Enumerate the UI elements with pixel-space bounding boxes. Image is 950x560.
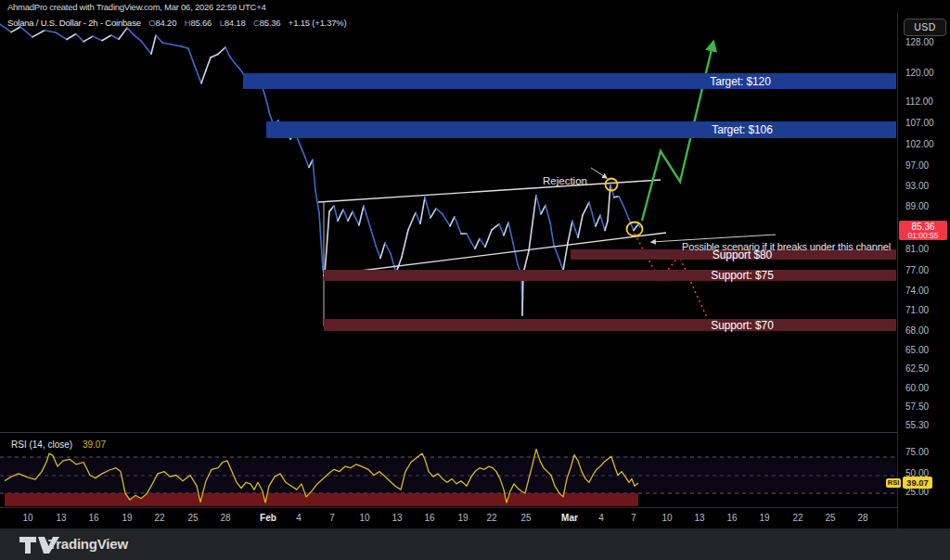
tradingview-wordmark[interactable]: TradingView — [48, 536, 128, 552]
price-tick-77.00: 77.00 — [905, 265, 929, 276]
time-tick-16: 16 — [88, 513, 98, 523]
rsi-series — [0, 449, 896, 512]
time-tick-16: 16 — [726, 513, 737, 523]
close-label: C — [253, 18, 260, 28]
time-tick-19: 19 — [457, 513, 468, 523]
price-tick-120.00: 120.00 — [905, 68, 934, 79]
time-axis[interactable]: 10131619222528Feb47101316192225Mar471013… — [0, 507, 897, 529]
price-tick-81.00: 81.00 — [905, 244, 929, 255]
time-tick-28: 28 — [857, 513, 867, 523]
price-tick-65.00: 65.00 — [905, 345, 929, 356]
low-value: 84.18 — [225, 18, 246, 28]
price-tick-97.00: 97.00 — [905, 160, 929, 172]
price-tick-68.00: 68.00 — [905, 325, 929, 337]
price-tick-112.00: 112.00 — [905, 96, 933, 108]
rsi-current-value: 39.07 — [83, 439, 106, 450]
time-tick-25: 25 — [825, 513, 835, 523]
rejection-annotation[interactable]: Rejection — [543, 175, 587, 186]
change-value: +1.15 (+1.37%) — [289, 18, 347, 28]
price-tick-74.00: 74.00 — [905, 286, 929, 297]
price-tick-55.30: 55.30 — [905, 420, 929, 431]
time-tick-13: 13 — [694, 513, 704, 523]
price-tick-102.00: 102.00 — [905, 139, 934, 150]
currency-toggle-button[interactable]: USD — [904, 19, 946, 36]
time-tick-25: 25 — [187, 513, 198, 523]
time-tick-Feb: Feb — [260, 513, 276, 523]
price-axis[interactable]: USD 85.36 01:00:55 128.00120.00112.00107… — [897, 13, 950, 528]
price-tick-60.00: 60.00 — [905, 383, 929, 394]
time-tick-22: 22 — [486, 513, 496, 523]
time-tick-13: 13 — [392, 513, 402, 523]
time-tick-4: 4 — [296, 513, 302, 523]
time-tick-4: 4 — [598, 513, 604, 523]
rsi-title[interactable]: RSI (14, close) — [11, 439, 72, 450]
rsi-tick-75.00: 75.00 — [905, 447, 929, 458]
symbol-legend[interactable]: Solana / U.S. Dollar - 2h - Coinbase O84… — [7, 18, 347, 28]
time-tick-10: 10 — [661, 513, 672, 523]
symbol-title[interactable]: Solana / U.S. Dollar - 2h - Coinbase — [7, 18, 141, 28]
last-price-badge: 85.36 01:00:55 — [899, 221, 947, 240]
rsi-axis-badge-value: 39.07 — [903, 477, 932, 489]
bar-countdown: 01:00:55 — [899, 232, 947, 240]
time-tick-7: 7 — [631, 513, 636, 523]
time-tick-Mar: Mar — [561, 513, 578, 523]
time-tick-7: 7 — [329, 513, 335, 523]
time-tick-16: 16 — [424, 513, 434, 523]
open-value: 84.20 — [155, 18, 176, 28]
time-tick-19: 19 — [759, 513, 769, 523]
rsi-canvas — [0, 0, 950, 560]
rsi-legend[interactable]: RSI (14, close) 39.07 — [11, 439, 106, 450]
time-tick-22: 22 — [792, 513, 802, 523]
time-tick-13: 13 — [56, 513, 66, 523]
high-value: 85.66 — [190, 18, 212, 28]
time-tick-22: 22 — [154, 513, 164, 523]
scenario-annotation[interactable]: Possible scenario if it breaks under thi… — [682, 241, 891, 252]
time-tick-28: 28 — [220, 513, 230, 523]
price-tick-107.00: 107.00 — [905, 118, 934, 129]
time-tick-10: 10 — [22, 513, 32, 523]
price-tick-57.50: 57.50 — [905, 401, 929, 413]
price-tick-93.00: 93.00 — [905, 181, 929, 192]
time-tick-19: 19 — [122, 513, 132, 523]
pane-separator[interactable] — [0, 432, 897, 433]
footer-bar: TradingView — [0, 528, 950, 560]
price-tick-89.00: 89.00 — [905, 201, 929, 212]
close-value: 85.36 — [260, 18, 281, 28]
rsi-axis-badge-label: RSI — [886, 478, 901, 488]
price-tick-128.00: 128.00 — [905, 37, 934, 48]
price-tick-62.50: 62.50 — [905, 363, 929, 375]
price-tick-71.00: 71.00 — [905, 305, 929, 316]
time-tick-25: 25 — [520, 513, 531, 523]
time-tick-10: 10 — [359, 513, 369, 523]
tradingview-snapshot: AhmadPro created with TradingView.com, M… — [0, 0, 950, 560]
